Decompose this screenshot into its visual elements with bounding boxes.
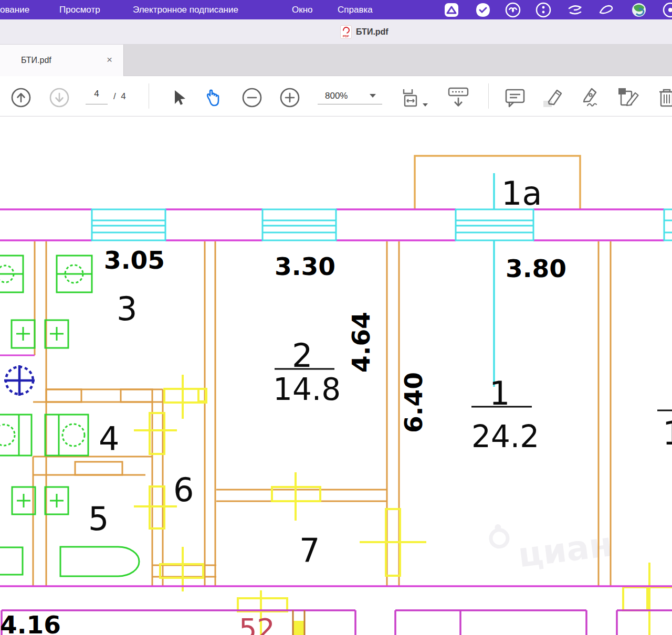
room3-label: 3 — [117, 290, 137, 328]
room4-label: 4 — [99, 420, 119, 458]
triangle-app-icon[interactable] — [444, 2, 459, 18]
menu-item-esign[interactable]: Электронное подписание — [133, 0, 238, 19]
door-room7-room1 — [360, 509, 426, 576]
sink-left-top — [12, 320, 35, 348]
windows — [92, 209, 672, 240]
hand-tool-button[interactable] — [204, 87, 225, 108]
window-title: БТИ.pdf — [356, 27, 388, 37]
page-number-input[interactable]: 4 — [86, 89, 108, 104]
dim-3-05: 3.05 — [104, 246, 165, 274]
door-lower-partition — [294, 622, 303, 635]
lower-unit-label: 52 — [239, 612, 275, 635]
next-page-button[interactable] — [49, 87, 70, 108]
lower-unit-walls — [2, 610, 672, 635]
toolbar-divider — [488, 83, 489, 109]
hat-swoosh-icon[interactable] — [598, 2, 614, 18]
room6-label: 6 — [173, 471, 194, 509]
sink-left-bottom — [12, 487, 35, 514]
organize-pages-button[interactable] — [618, 87, 639, 108]
delete-pages-button[interactable] — [657, 87, 672, 108]
svg-text:24.2: 24.2 — [471, 419, 539, 454]
toolbar-divider — [149, 83, 149, 109]
dim-3-80: 3.80 — [506, 254, 566, 283]
door-room2-room7 — [272, 472, 320, 521]
ventilation-symbol — [4, 365, 35, 396]
cian-watermark: циан — [489, 511, 614, 578]
previous-page-button[interactable] — [10, 87, 32, 108]
window-title-bar: PDF БТИ.pdf — [0, 19, 672, 45]
fit-width-button[interactable] — [401, 87, 422, 108]
door-room5 — [134, 486, 177, 528]
tab-bar: БТИ.pdf × — [0, 45, 672, 76]
door-lower-right — [623, 563, 672, 635]
zoom-level-value: 800% — [325, 91, 348, 101]
balcony-outline — [415, 156, 580, 209]
partial-circle-icon[interactable] — [663, 2, 672, 18]
check-badge-icon[interactable] — [475, 2, 491, 18]
balcony-label: 1а — [501, 174, 542, 213]
window-4-partial — [664, 209, 672, 240]
menu-item-view[interactable]: Просмотр — [59, 0, 100, 19]
stove-room3 — [57, 256, 92, 292]
toilet-room4 — [45, 415, 88, 456]
comment-tool-button[interactable] — [505, 87, 526, 108]
sink-room3 — [45, 320, 68, 348]
tab-close-icon[interactable]: × — [107, 45, 112, 75]
dim-6-40: 6.40 — [399, 372, 428, 433]
adjacent-room-fraction-partial: 1 — [657, 410, 672, 452]
stove-left-partial — [0, 256, 23, 292]
zoom-out-button[interactable] — [242, 87, 262, 108]
zoom-level-select[interactable]: 800% — [318, 89, 382, 104]
door-room3-corridor — [164, 375, 206, 419]
tab-title: БТИ.pdf — [21, 45, 51, 76]
globe-icon[interactable] — [631, 2, 647, 18]
highlighter-tool-button[interactable] — [542, 87, 563, 108]
room1-area-fraction: 1 24.2 — [471, 374, 539, 454]
fixture-left-bottom-partial — [0, 547, 23, 575]
sink-room5 — [45, 487, 68, 514]
menu-item-help[interactable]: Справка — [338, 0, 373, 19]
vpn-swoosh-icon[interactable] — [567, 2, 583, 18]
dots-circle-icon[interactable] — [536, 2, 551, 18]
window-3 — [456, 209, 533, 240]
select-tool-button[interactable] — [168, 87, 189, 108]
fit-options-caret-icon[interactable] — [423, 103, 428, 107]
door-corridor-bottom — [160, 547, 203, 591]
toilet-left-partial — [0, 415, 32, 456]
window-2 — [262, 209, 336, 240]
creative-cloud-icon[interactable] — [505, 2, 521, 18]
dim-4-16: 4.16 — [0, 610, 61, 635]
svg-text:1: 1 — [663, 414, 672, 452]
room7-label: 7 — [299, 531, 320, 569]
menu-item-editing[interactable]: ование — [0, 0, 29, 19]
signature-tool-button[interactable] — [579, 87, 600, 108]
toolbar: 4 / 4 800% — [0, 76, 672, 117]
pdf-file-icon: PDF — [340, 25, 352, 39]
chevron-down-icon — [370, 94, 376, 98]
svg-text:14.8: 14.8 — [273, 372, 341, 407]
zoom-in-button[interactable] — [279, 87, 300, 108]
room2-area-fraction: 2 14.8 — [273, 336, 341, 407]
door-room4 — [134, 413, 177, 454]
acrobat-swirl-icon — [341, 25, 351, 35]
document-tab[interactable]: БТИ.pdf × — [0, 45, 124, 76]
menu-bar: ование Просмотр Электронное подписание О… — [0, 0, 672, 19]
window-1 — [92, 209, 165, 240]
svg-text:циан: циан — [516, 525, 614, 575]
floor-plan-drawing: циан 1а — [0, 117, 672, 635]
page-count: / 4 — [113, 89, 126, 104]
room5-label: 5 — [88, 500, 109, 538]
menu-item-window[interactable]: Окно — [292, 0, 313, 19]
dim-4-64: 4.64 — [346, 312, 375, 373]
bathtub-room5 — [60, 547, 139, 576]
scroll-mode-button[interactable] — [448, 87, 469, 108]
document-canvas[interactable]: циан 1а — [0, 117, 672, 635]
dim-3-30: 3.30 — [275, 252, 335, 281]
